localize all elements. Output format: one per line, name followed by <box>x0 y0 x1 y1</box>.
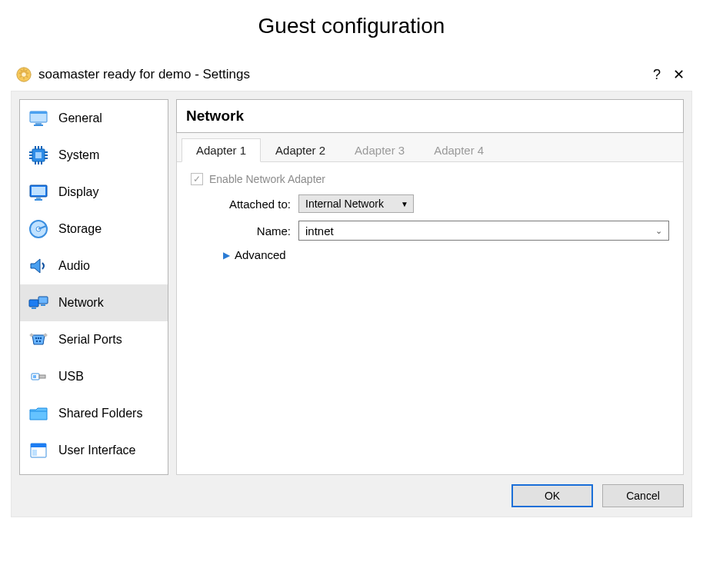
sidebar-item-shared-folders[interactable]: Shared Folders <box>20 395 168 432</box>
sidebar-item-label: Audio <box>58 259 90 273</box>
svg-rect-26 <box>29 300 38 307</box>
sidebar-item-system[interactable]: System <box>20 137 168 174</box>
chip-icon <box>28 145 49 166</box>
sidebar-item-label: Network <box>58 296 104 310</box>
svg-rect-21 <box>32 187 45 195</box>
advanced-label: Advanced <box>235 248 286 261</box>
tab-adapter-3: Adapter 3 <box>340 138 419 162</box>
name-value: intnet <box>305 224 334 238</box>
window-titlebar: soamaster ready for demo - Settings ? ✕ <box>0 61 703 91</box>
sidebar-item-user-interface[interactable]: User Interface <box>20 432 168 469</box>
tab-adapter-4: Adapter 4 <box>419 138 498 162</box>
sidebar-item-label: Shared Folders <box>58 407 142 420</box>
panel-heading: Network <box>176 99 684 133</box>
sidebar-item-serial-ports[interactable]: Serial Ports <box>20 321 168 358</box>
name-combobox[interactable]: intnet ⌄ <box>298 221 669 241</box>
svg-rect-42 <box>32 450 37 456</box>
disk-icon <box>28 218 49 240</box>
folder-icon <box>28 403 49 424</box>
sidebar-item-usb[interactable]: USB <box>20 358 168 395</box>
speaker-icon <box>28 255 49 277</box>
attached-to-label: Attached to: <box>191 198 298 211</box>
svg-rect-29 <box>41 304 45 306</box>
sidebar-item-label: User Interface <box>58 443 135 457</box>
chevron-down-icon: ▼ <box>401 200 408 208</box>
svg-rect-38 <box>39 375 45 378</box>
ui-icon <box>28 440 49 461</box>
advanced-toggle[interactable]: ▶ Advanced <box>223 248 669 261</box>
cancel-button[interactable]: Cancel <box>602 484 684 507</box>
page-heading: Guest configuration <box>0 14 703 38</box>
svg-rect-39 <box>33 375 36 378</box>
tab-adapter-2[interactable]: Adapter 2 <box>261 138 340 162</box>
svg-rect-5 <box>34 125 43 126</box>
svg-point-33 <box>36 341 38 342</box>
monitor-icon <box>28 108 49 129</box>
attached-to-dropdown[interactable]: Internal Network ▼ <box>298 194 414 213</box>
sidebar-item-label: Storage <box>58 222 102 236</box>
svg-point-32 <box>40 337 42 339</box>
chevron-down-icon: ⌄ <box>655 226 662 236</box>
sidebar-item-label: General <box>58 111 102 125</box>
svg-rect-3 <box>30 111 47 114</box>
svg-rect-7 <box>35 152 42 158</box>
dialog-buttons: OK Cancel <box>19 475 684 507</box>
sidebar-item-storage[interactable]: Storage <box>20 211 168 247</box>
close-button[interactable]: ✕ <box>668 66 689 83</box>
window-title: soamaster ready for demo - Settings <box>38 67 250 82</box>
settings-sidebar: General System Display Storage <box>19 99 168 475</box>
gear-icon <box>15 66 32 83</box>
display-icon <box>28 181 49 203</box>
sidebar-item-label: Serial Ports <box>58 333 122 347</box>
network-icon <box>28 292 49 314</box>
sidebar-item-general[interactable]: General <box>20 100 168 137</box>
sidebar-item-label: USB <box>58 370 84 384</box>
usb-icon <box>28 366 49 387</box>
svg-point-30 <box>35 337 37 339</box>
attached-to-value: Internal Network <box>305 198 384 210</box>
enable-adapter-label: Enable Network Adapter <box>209 173 325 185</box>
svg-rect-28 <box>32 307 36 309</box>
sidebar-item-display[interactable]: Display <box>20 174 168 211</box>
sidebar-item-network[interactable]: Network <box>20 284 168 321</box>
svg-point-31 <box>38 337 39 339</box>
sidebar-item-audio[interactable]: Audio <box>20 247 168 284</box>
svg-rect-23 <box>35 199 42 201</box>
triangle-right-icon: ▶ <box>223 250 230 261</box>
serial-port-icon <box>28 329 49 350</box>
svg-rect-41 <box>31 443 46 447</box>
enable-adapter-checkbox: ✓ Enable Network Adapter <box>191 173 669 185</box>
svg-point-34 <box>39 341 41 342</box>
svg-point-1 <box>22 72 26 77</box>
sidebar-item-label: System <box>58 148 99 162</box>
name-label: Name: <box>191 224 298 238</box>
sidebar-item-label: Display <box>58 185 98 199</box>
tab-adapter-1[interactable]: Adapter 1 <box>182 138 261 162</box>
settings-content: Network Adapter 1 Adapter 2 Adapter 3 Ad… <box>176 99 684 475</box>
help-button[interactable]: ? <box>646 67 668 83</box>
ok-button[interactable]: OK <box>511 484 593 507</box>
svg-rect-27 <box>38 297 48 304</box>
svg-rect-22 <box>36 198 41 199</box>
checkbox-icon: ✓ <box>191 173 203 185</box>
dialog-body: General System Display Storage <box>11 91 692 517</box>
adapter-tabs: Adapter 1 Adapter 2 Adapter 3 Adapter 4 <box>177 133 683 162</box>
svg-rect-4 <box>35 123 42 125</box>
